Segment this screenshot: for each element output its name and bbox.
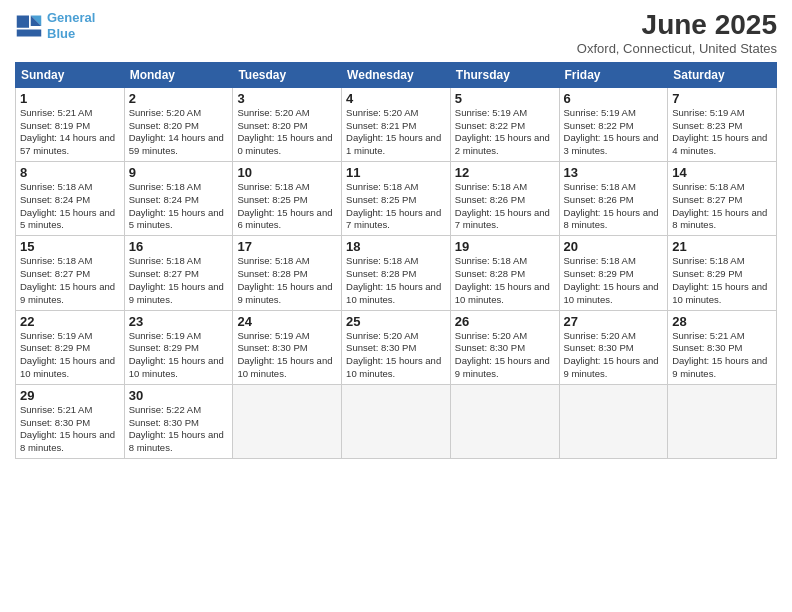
calendar-cell: 26 Sunrise: 5:20 AM Sunset: 8:30 PM Dayl… <box>450 310 559 384</box>
logo: General Blue <box>15 10 95 41</box>
col-thursday: Thursday <box>450 62 559 87</box>
day-number: 7 <box>672 91 772 106</box>
daylight-label: Daylight: 15 hours and 10 minutes. <box>20 355 115 379</box>
sunset-label: Sunset: 8:28 PM <box>346 268 416 279</box>
day-detail: Sunrise: 5:18 AM Sunset: 8:25 PM Dayligh… <box>237 181 337 232</box>
calendar-cell: 5 Sunrise: 5:19 AM Sunset: 8:22 PM Dayli… <box>450 87 559 161</box>
day-detail: Sunrise: 5:20 AM Sunset: 8:30 PM Dayligh… <box>346 330 446 381</box>
sunrise-label: Sunrise: 5:18 AM <box>564 255 636 266</box>
sunrise-label: Sunrise: 5:21 AM <box>672 330 744 341</box>
day-detail: Sunrise: 5:19 AM Sunset: 8:30 PM Dayligh… <box>237 330 337 381</box>
calendar-cell <box>342 384 451 458</box>
day-number: 15 <box>20 239 120 254</box>
calendar-cell: 3 Sunrise: 5:20 AM Sunset: 8:20 PM Dayli… <box>233 87 342 161</box>
daylight-label: Daylight: 15 hours and 10 minutes. <box>455 281 550 305</box>
calendar-table: Sunday Monday Tuesday Wednesday Thursday… <box>15 62 777 459</box>
sunrise-label: Sunrise: 5:21 AM <box>20 107 92 118</box>
sunset-label: Sunset: 8:30 PM <box>20 417 90 428</box>
week-row-1: 1 Sunrise: 5:21 AM Sunset: 8:19 PM Dayli… <box>16 87 777 161</box>
sunset-label: Sunset: 8:26 PM <box>564 194 634 205</box>
logo-icon <box>15 12 43 40</box>
sunset-label: Sunset: 8:25 PM <box>346 194 416 205</box>
sunset-label: Sunset: 8:22 PM <box>455 120 525 131</box>
sunrise-label: Sunrise: 5:19 AM <box>455 107 527 118</box>
day-number: 26 <box>455 314 555 329</box>
day-number: 27 <box>564 314 664 329</box>
calendar-cell: 1 Sunrise: 5:21 AM Sunset: 8:19 PM Dayli… <box>16 87 125 161</box>
calendar-cell: 15 Sunrise: 5:18 AM Sunset: 8:27 PM Dayl… <box>16 236 125 310</box>
day-detail: Sunrise: 5:18 AM Sunset: 8:25 PM Dayligh… <box>346 181 446 232</box>
day-number: 21 <box>672 239 772 254</box>
calendar-cell: 24 Sunrise: 5:19 AM Sunset: 8:30 PM Dayl… <box>233 310 342 384</box>
day-number: 3 <box>237 91 337 106</box>
sunrise-label: Sunrise: 5:19 AM <box>20 330 92 341</box>
sunset-label: Sunset: 8:30 PM <box>672 342 742 353</box>
sunrise-label: Sunrise: 5:18 AM <box>672 255 744 266</box>
day-detail: Sunrise: 5:21 AM Sunset: 8:19 PM Dayligh… <box>20 107 120 158</box>
calendar-cell <box>233 384 342 458</box>
calendar-title: June 2025 <box>577 10 777 41</box>
calendar-cell: 25 Sunrise: 5:20 AM Sunset: 8:30 PM Dayl… <box>342 310 451 384</box>
calendar-subtitle: Oxford, Connecticut, United States <box>577 41 777 56</box>
day-detail: Sunrise: 5:18 AM Sunset: 8:27 PM Dayligh… <box>672 181 772 232</box>
daylight-label: Daylight: 15 hours and 9 minutes. <box>672 355 767 379</box>
sunset-label: Sunset: 8:30 PM <box>237 342 307 353</box>
calendar-cell: 14 Sunrise: 5:18 AM Sunset: 8:27 PM Dayl… <box>668 162 777 236</box>
day-detail: Sunrise: 5:20 AM Sunset: 8:20 PM Dayligh… <box>129 107 229 158</box>
day-number: 17 <box>237 239 337 254</box>
day-number: 10 <box>237 165 337 180</box>
header-row: Sunday Monday Tuesday Wednesday Thursday… <box>16 62 777 87</box>
calendar-cell: 6 Sunrise: 5:19 AM Sunset: 8:22 PM Dayli… <box>559 87 668 161</box>
daylight-label: Daylight: 15 hours and 4 minutes. <box>672 132 767 156</box>
day-detail: Sunrise: 5:18 AM Sunset: 8:29 PM Dayligh… <box>564 255 664 306</box>
sunset-label: Sunset: 8:27 PM <box>20 268 90 279</box>
day-number: 24 <box>237 314 337 329</box>
daylight-label: Daylight: 15 hours and 7 minutes. <box>455 207 550 231</box>
day-detail: Sunrise: 5:18 AM Sunset: 8:29 PM Dayligh… <box>672 255 772 306</box>
calendar-cell: 4 Sunrise: 5:20 AM Sunset: 8:21 PM Dayli… <box>342 87 451 161</box>
col-friday: Friday <box>559 62 668 87</box>
day-number: 8 <box>20 165 120 180</box>
calendar-cell: 17 Sunrise: 5:18 AM Sunset: 8:28 PM Dayl… <box>233 236 342 310</box>
day-detail: Sunrise: 5:18 AM Sunset: 8:26 PM Dayligh… <box>564 181 664 232</box>
sunrise-label: Sunrise: 5:20 AM <box>129 107 201 118</box>
daylight-label: Daylight: 15 hours and 0 minutes. <box>237 132 332 156</box>
daylight-label: Daylight: 15 hours and 8 minutes. <box>129 429 224 453</box>
sunrise-label: Sunrise: 5:18 AM <box>672 181 744 192</box>
day-detail: Sunrise: 5:20 AM Sunset: 8:30 PM Dayligh… <box>455 330 555 381</box>
sunset-label: Sunset: 8:27 PM <box>672 194 742 205</box>
day-number: 5 <box>455 91 555 106</box>
day-number: 25 <box>346 314 446 329</box>
day-detail: Sunrise: 5:19 AM Sunset: 8:23 PM Dayligh… <box>672 107 772 158</box>
calendar-cell: 23 Sunrise: 5:19 AM Sunset: 8:29 PM Dayl… <box>124 310 233 384</box>
daylight-label: Daylight: 15 hours and 8 minutes. <box>672 207 767 231</box>
day-number: 13 <box>564 165 664 180</box>
logo-text: General Blue <box>47 10 95 41</box>
sunrise-label: Sunrise: 5:18 AM <box>237 181 309 192</box>
week-row-5: 29 Sunrise: 5:21 AM Sunset: 8:30 PM Dayl… <box>16 384 777 458</box>
sunset-label: Sunset: 8:21 PM <box>346 120 416 131</box>
sunrise-label: Sunrise: 5:18 AM <box>346 181 418 192</box>
day-detail: Sunrise: 5:20 AM Sunset: 8:30 PM Dayligh… <box>564 330 664 381</box>
day-number: 30 <box>129 388 229 403</box>
daylight-label: Daylight: 15 hours and 1 minute. <box>346 132 441 156</box>
sunset-label: Sunset: 8:28 PM <box>455 268 525 279</box>
calendar-cell: 16 Sunrise: 5:18 AM Sunset: 8:27 PM Dayl… <box>124 236 233 310</box>
sunrise-label: Sunrise: 5:20 AM <box>564 330 636 341</box>
day-detail: Sunrise: 5:19 AM Sunset: 8:22 PM Dayligh… <box>455 107 555 158</box>
col-monday: Monday <box>124 62 233 87</box>
sunrise-label: Sunrise: 5:18 AM <box>455 181 527 192</box>
page: General Blue June 2025 Oxford, Connectic… <box>0 0 792 612</box>
day-number: 16 <box>129 239 229 254</box>
calendar-cell: 8 Sunrise: 5:18 AM Sunset: 8:24 PM Dayli… <box>16 162 125 236</box>
daylight-label: Daylight: 14 hours and 59 minutes. <box>129 132 224 156</box>
daylight-label: Daylight: 15 hours and 10 minutes. <box>564 281 659 305</box>
day-number: 6 <box>564 91 664 106</box>
daylight-label: Daylight: 15 hours and 9 minutes. <box>129 281 224 305</box>
day-number: 22 <box>20 314 120 329</box>
sunset-label: Sunset: 8:22 PM <box>564 120 634 131</box>
sunrise-label: Sunrise: 5:21 AM <box>20 404 92 415</box>
svg-rect-4 <box>17 29 42 36</box>
col-saturday: Saturday <box>668 62 777 87</box>
day-detail: Sunrise: 5:22 AM Sunset: 8:30 PM Dayligh… <box>129 404 229 455</box>
